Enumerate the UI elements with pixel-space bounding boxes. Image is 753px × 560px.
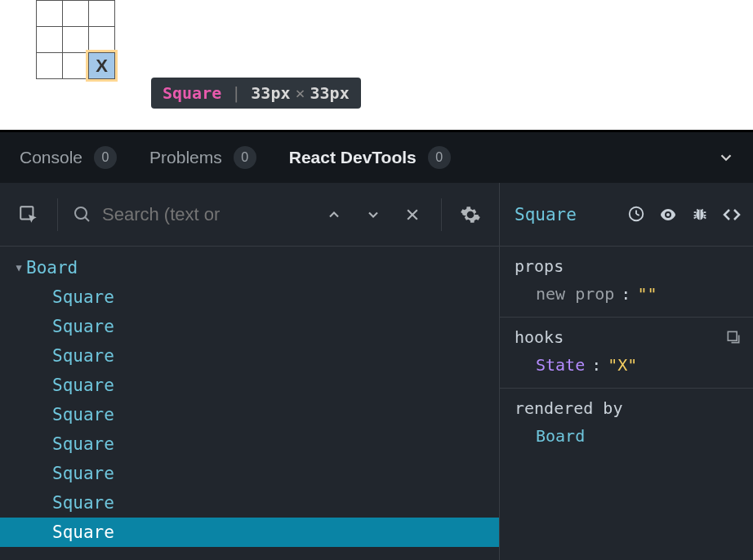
tree-row-square[interactable]: Square [0,518,499,547]
kv-colon: : [591,355,601,375]
hook-row[interactable]: State: "X" [515,355,738,375]
board-square[interactable] [36,52,63,79]
view-source-icon[interactable] [722,205,742,224]
component-tree: ▼BoardSquareSquareSquareSquareSquareSqua… [0,247,499,560]
search-input[interactable] [102,204,305,225]
hook-value: "X" [608,355,637,375]
svg-rect-11 [728,331,737,340]
tree-node-label: Square [52,317,114,336]
tooltip-separator: | [231,83,241,103]
search-icon [73,205,92,224]
tab-label: Console [20,148,82,167]
props-section: props new prop : "" [500,247,753,318]
prop-row[interactable]: new prop : "" [515,284,738,304]
tree-row-square[interactable]: Square [0,459,499,488]
tree-row-square[interactable]: Square [0,371,499,400]
tab-react-devtools[interactable]: React DevTools 0 [289,146,451,169]
inspect-tooltip: Square | 33px×33px [151,78,361,109]
tree-toolbar [0,183,499,247]
svg-point-1 [75,207,87,219]
hooks-section: hooks State: "X" [500,318,753,389]
tree-node-label: Square [52,405,114,424]
devtools-tabbar: Console 0 Problems 0 React DevTools 0 [0,132,753,183]
board-square[interactable] [62,0,89,27]
tab-label: Problems [149,148,222,167]
count-badge: 0 [428,146,451,169]
tab-console[interactable]: Console 0 [20,146,117,169]
tree-row-square[interactable]: Square [0,312,499,341]
board-square-highlighted[interactable]: X [88,52,115,79]
prop-key: new prop [536,284,614,304]
tree-row-square[interactable]: Square [0,400,499,429]
tree-row-square[interactable]: Square [0,282,499,312]
prop-value: "" [637,284,657,304]
tree-node-label: Square [52,464,114,483]
tooltip-dimensions: 33px×33px [251,83,349,103]
detail-toolbar: Square [500,183,753,247]
board-square[interactable] [88,26,115,53]
count-badge: 0 [94,146,117,169]
tree-node-label: Board [26,258,78,278]
tree-row-square[interactable]: Square [0,488,499,518]
component-tree-panel: ▼BoardSquareSquareSquareSquareSquareSqua… [0,183,500,560]
tic-tac-toe-board: X [36,0,114,78]
tree-node-label: Square [52,493,114,513]
svg-line-2 [85,217,89,221]
search-box[interactable] [73,204,305,225]
tree-row-board[interactable]: ▼Board [0,253,499,282]
hook-key: State [536,355,585,375]
element-picker-icon[interactable] [15,201,42,229]
board-square[interactable] [36,26,63,53]
svg-point-8 [666,213,670,216]
tree-node-label: Square [52,287,114,307]
suspend-icon[interactable] [627,205,645,224]
devtools-panels: ▼BoardSquareSquareSquareSquareSquareSqua… [0,183,753,560]
kv-colon: : [621,284,630,304]
section-title: props [515,256,738,276]
toolbar-divider [441,198,442,231]
tooltip-width: 33px [251,83,290,103]
prev-match-icon[interactable] [320,201,348,229]
tooltip-component: Square [163,83,221,103]
board-square[interactable] [88,0,115,27]
count-badge: 0 [234,146,256,169]
page-preview: X Square | 33px×33px [0,0,753,132]
expand-hooks-icon[interactable] [725,329,742,345]
section-title: rendered by [515,398,738,418]
tooltip-height: 33px [310,83,350,103]
devtools: Console 0 Problems 0 React DevTools 0 [0,132,753,560]
rendered-by-link[interactable]: Board [515,426,738,446]
tooltip-x: × [290,83,310,103]
toolbar-divider [57,198,58,231]
search-nav [320,201,426,229]
clear-search-icon[interactable] [399,201,426,229]
tree-node-label: Square [52,346,114,366]
tree-node-label: Square [52,376,114,395]
chevron-down-icon[interactable] [717,149,735,167]
tree-node-label: Square [52,434,114,454]
section-title: hooks [515,327,738,347]
tree-row-square[interactable]: Square [0,341,499,371]
board-square[interactable] [62,26,89,53]
tree-row-square[interactable]: Square [0,429,499,459]
board-square[interactable] [62,52,89,79]
selected-component-name: Square [515,205,577,224]
tab-problems[interactable]: Problems 0 [149,146,256,169]
board-square[interactable] [36,0,63,27]
svg-line-7 [636,214,639,216]
inspect-dom-icon[interactable] [658,205,678,224]
tree-node-label: Square [52,522,114,542]
tab-label: React DevTools [289,148,417,167]
settings-icon[interactable] [457,201,484,229]
detail-actions [627,205,742,224]
rendered-by-section: rendered by Board [500,389,753,459]
next-match-icon[interactable] [359,201,387,229]
disclosure-triangle-icon[interactable]: ▼ [11,262,26,273]
bug-icon[interactable] [691,205,709,224]
detail-panel: Square props [500,183,753,560]
